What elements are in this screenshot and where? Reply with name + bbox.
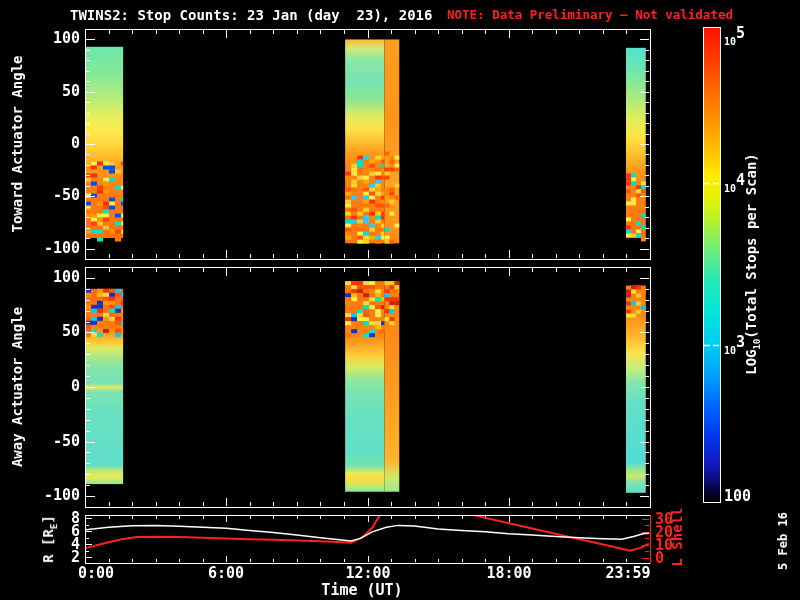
toward-y-tick-label: 0 <box>36 136 80 151</box>
x-axis-title: Time (UT) <box>317 583 407 598</box>
toward-y-tick-label: -100 <box>36 241 80 256</box>
colorbar-title-text: LOG10(Total Stops per Scan) <box>744 153 762 375</box>
away-y-tick-label: -50 <box>36 434 80 449</box>
l-tick-label: 0 <box>655 551 664 566</box>
colorbar-title-sub: 10 <box>752 339 762 350</box>
toward-y-tick-label: 100 <box>36 31 80 46</box>
away-y-axis-title-text: Away Actuator Angle <box>10 307 24 467</box>
colorbar-tick-label: 104 <box>724 174 745 195</box>
colorbar-tick-label: 105 <box>724 27 745 48</box>
x-tick-label: 23:59 <box>583 566 673 581</box>
toward-y-tick-label: -50 <box>36 188 80 203</box>
toward-y-axis-title-text: Toward Actuator Angle <box>10 55 24 232</box>
x-tick-label: 18:00 <box>464 566 554 581</box>
x-tick-label: 6:00 <box>181 566 271 581</box>
away-y-tick-label: 50 <box>36 324 80 339</box>
r-tick-label: 2 <box>36 550 80 565</box>
plot-title: TWINS2: Stop Counts: 23 Jan (day 23), 20… <box>70 8 432 22</box>
away-y-tick-label: -100 <box>36 488 80 503</box>
colorbar-tick-label: 100 <box>724 488 751 504</box>
date-stamp-text: 5 Feb 16 <box>777 512 789 570</box>
twins2-stop-counts-figure: TWINS2: Stop Counts: 23 Jan (day 23), 20… <box>0 0 800 600</box>
x-tick-label: 0:00 <box>51 566 141 581</box>
colorbar-title-post: (Total Stops per Scan) <box>743 153 759 338</box>
away-y-tick-label: 0 <box>36 379 80 394</box>
colorbar-title-pre: LOG <box>743 349 759 374</box>
preliminary-note: NOTE: Data Preliminary – Not validated <box>447 9 733 22</box>
x-tick-label: 12:00 <box>323 566 413 581</box>
away-y-tick-label: 100 <box>36 270 80 285</box>
colorbar-tick-label: 103 <box>724 336 745 357</box>
toward-y-tick-label: 50 <box>36 84 80 99</box>
